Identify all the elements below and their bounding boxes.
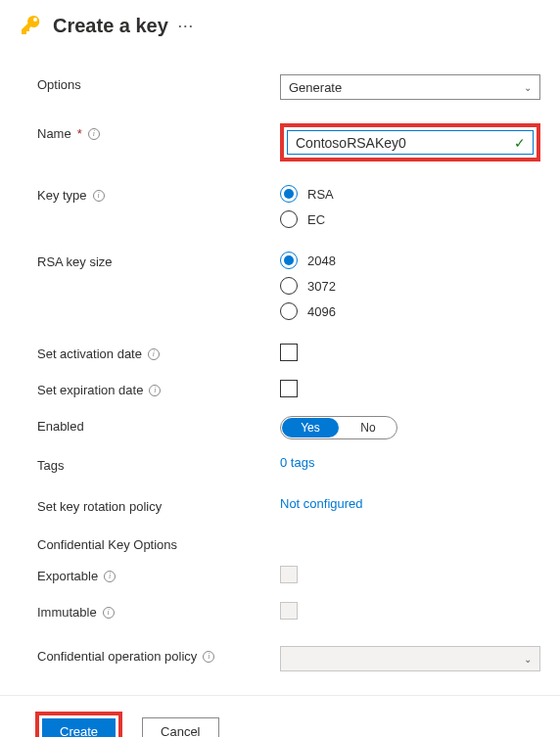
toggle-yes[interactable]: Yes — [282, 418, 339, 438]
label-exportable: Exportable i — [37, 566, 280, 583]
page-title: Create a key — [53, 15, 168, 37]
label-confidential-policy: Confidential operation policy i — [37, 646, 280, 664]
confidential-policy-select: ⌄ — [280, 646, 540, 671]
info-icon[interactable]: i — [148, 348, 160, 360]
key-icon — [20, 14, 43, 37]
more-menu[interactable]: ··· — [178, 19, 195, 33]
info-icon[interactable]: i — [203, 651, 214, 663]
create-button-highlight: Create — [35, 712, 122, 737]
label-rotation-policy: Set key rotation policy — [37, 496, 280, 514]
label-rsa-size: RSA key size — [37, 252, 280, 269]
label-immutable: Immutable i — [37, 602, 280, 620]
label-activation-date: Set activation date i — [37, 344, 280, 361]
chevron-down-icon: ⌄ — [524, 654, 532, 665]
tags-link[interactable]: 0 tags — [280, 455, 314, 470]
radio-rsa[interactable]: RSA — [280, 185, 540, 203]
info-icon[interactable]: i — [104, 571, 116, 582]
radio-3072[interactable]: 3072 — [280, 277, 540, 295]
info-icon[interactable]: i — [149, 385, 161, 396]
label-options: Options — [37, 74, 280, 92]
activation-checkbox[interactable] — [280, 344, 298, 361]
create-button[interactable]: Create — [42, 718, 116, 737]
label-key-type: Key type i — [37, 185, 280, 203]
name-field-highlight: ✓ — [280, 123, 540, 161]
enabled-toggle[interactable]: Yes No — [280, 416, 397, 439]
cancel-button[interactable]: Cancel — [142, 717, 218, 737]
options-select[interactable]: Generate ⌄ — [280, 74, 540, 100]
toggle-no[interactable]: No — [340, 417, 397, 438]
radio-4096[interactable]: 4096 — [280, 302, 540, 320]
label-enabled: Enabled — [37, 416, 280, 434]
radio-ec[interactable]: EC — [280, 210, 540, 228]
chevron-down-icon: ⌄ — [524, 82, 532, 93]
rotation-link[interactable]: Not configured — [280, 496, 363, 511]
label-expiration-date: Set expiration date i — [37, 380, 280, 397]
info-icon[interactable]: i — [93, 190, 105, 202]
section-confidential: Confidential Key Options — [37, 537, 540, 552]
immutable-checkbox — [280, 602, 298, 620]
label-tags: Tags — [37, 455, 280, 473]
info-icon[interactable]: i — [103, 607, 115, 619]
name-input[interactable] — [287, 130, 534, 155]
info-icon[interactable]: i — [88, 128, 100, 140]
exportable-checkbox — [280, 566, 298, 583]
valid-check-icon: ✓ — [514, 135, 526, 151]
footer-separator — [0, 695, 560, 696]
radio-2048[interactable]: 2048 — [280, 252, 540, 269]
label-name: Name* i — [37, 123, 280, 141]
expiration-checkbox[interactable] — [280, 380, 298, 397]
